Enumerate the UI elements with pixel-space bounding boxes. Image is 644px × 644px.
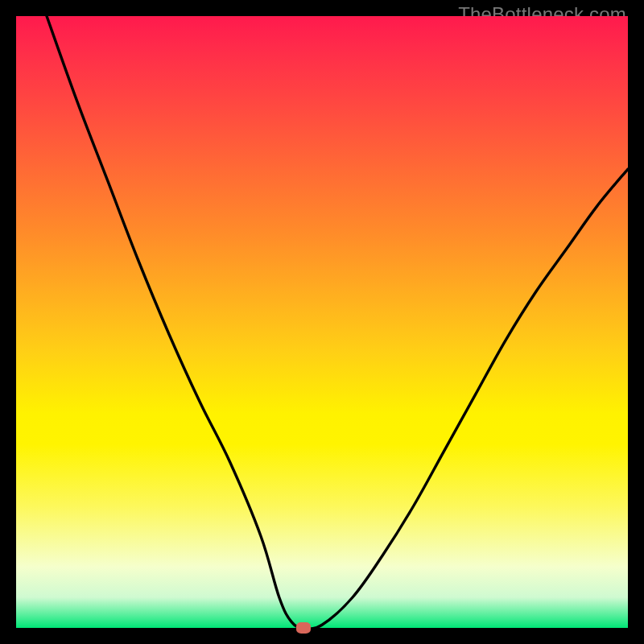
curve-svg xyxy=(16,16,628,628)
bottleneck-curve-path xyxy=(47,16,628,628)
optimal-point-marker xyxy=(296,622,311,634)
chart-frame: TheBottleneck.com xyxy=(0,0,644,644)
plot-area xyxy=(16,16,628,628)
